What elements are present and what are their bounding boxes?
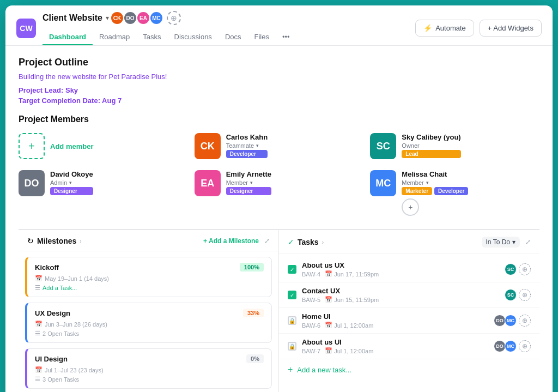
role-chevron-icon-emily[interactable]: ▾	[250, 180, 253, 185]
member-card-sky: SC Sky Calibey (you) Owner Lead	[370, 131, 539, 161]
tab-roadmap[interactable]: Roadmap	[93, 29, 136, 45]
milestone-icon: ↻	[27, 237, 34, 245]
task-meta-home-ui: BAW-6 📅 Jul 1, 12:00am	[302, 322, 488, 329]
header-left: CW Client Website ▾ CK DO EA MC ⊕ Dashbo…	[16, 11, 296, 45]
milestones-panel-title: Milestones	[37, 237, 76, 245]
task-checkbox-contact-ux[interactable]: ✓	[288, 291, 296, 299]
member-name-sky: Sky Calibey (you)	[402, 133, 460, 141]
project-description: Building the new website for Pet Paradis…	[19, 73, 539, 81]
add-widgets-button[interactable]: + Add Widgets	[480, 20, 542, 37]
member-photo-david: DO	[19, 170, 45, 196]
member-role-sky: Owner	[402, 142, 460, 149]
lock-icon-about-ui: 🔒	[289, 343, 295, 349]
task-avatar-3a: DO	[494, 315, 506, 327]
project-icon: CW	[16, 19, 36, 38]
more-members-button[interactable]: +	[402, 198, 419, 216]
automate-button[interactable]: ⚡ Automate	[415, 20, 474, 37]
calendar-icon-task1: 📅	[325, 270, 332, 278]
badge-lead-sky: Lead	[402, 150, 460, 158]
milestone-kickoff-date: 📅 May 19–Jun 1 (14 days)	[35, 275, 264, 282]
calendar-icon-task4: 📅	[325, 347, 332, 354]
task-icon: ☰	[35, 284, 40, 291]
task-add-assignee-2[interactable]: ⊕	[519, 289, 531, 301]
task-due-home-ui: 📅 Jul 1, 12:00am	[325, 322, 373, 329]
member-name-emily: Emily Arnette	[226, 170, 271, 178]
member-name-david: David Okoye	[50, 170, 93, 178]
tab-files[interactable]: Files	[248, 29, 276, 45]
avatar-add-button[interactable]: ⊕	[167, 11, 181, 25]
member-avatars-strip: CK DO EA MC ⊕	[112, 11, 181, 25]
task-add-assignee-3[interactable]: ⊕	[519, 315, 531, 327]
app-window: CW Client Website ▾ CK DO EA MC ⊕ Dashbo…	[5, 5, 553, 392]
task-checkbox-about-ui[interactable]: 🔒	[288, 342, 296, 351]
task-avatar-1: SC	[505, 263, 517, 275]
member-photo-melissa: MC	[370, 170, 396, 196]
member-role-melissa: Member ▾	[402, 179, 468, 186]
project-title-row: Client Website ▾ CK DO EA MC ⊕	[43, 11, 296, 25]
badge-designer-david: Designer	[50, 187, 93, 195]
milestones-panel-header: ↻ Milestones › + Add a Milestone ⤢	[19, 230, 278, 251]
tab-docs[interactable]: Docs	[219, 29, 248, 45]
milestones-expand-icon[interactable]: ⤢	[264, 237, 270, 245]
task-row-home-ui: 🔒 Home UI BAW-6 📅 Jul 1, 12:00am	[279, 308, 539, 334]
milestones-panel-chevron-icon[interactable]: ›	[80, 238, 81, 244]
calendar-icon-ux: 📅	[35, 321, 43, 328]
members-section-title: Project Members	[19, 114, 539, 124]
milestone-kickoff-pct: 100%	[240, 263, 264, 272]
task-due-about-ux: 📅 Jun 17, 11:59pm	[325, 270, 379, 278]
nav-tabs: Dashboard Roadmap Tasks Discussions Docs…	[43, 25, 296, 45]
member-card-melissa: MC Melissa Chait Member ▾ Marketer Devel…	[370, 168, 539, 218]
tasks-expand-icon[interactable]: ⤢	[525, 238, 531, 246]
task-meta-about-ui: BAW-7 📅 Jul 1, 12:00am	[302, 347, 488, 354]
milestone-ui-name: UI Design	[35, 355, 68, 363]
member-photo-emily: EA	[195, 170, 221, 196]
add-member-button[interactable]: +	[19, 133, 45, 159]
task-checkbox-home-ui[interactable]: 🔒	[288, 316, 296, 325]
avatar-strip-2: DO	[123, 11, 137, 25]
add-task-label: Add a new task...	[297, 366, 351, 374]
task-add-assignee-1[interactable]: ⊕	[519, 263, 531, 275]
milestone-kickoff: Kickoff 100% 📅 May 19–Jun 1 (14 days) ☰ …	[25, 257, 272, 297]
add-new-task-row[interactable]: + Add a new task...	[279, 359, 539, 380]
task-checkbox-about-ux[interactable]: ✓	[288, 265, 296, 274]
task-add-assignee-4[interactable]: ⊕	[519, 340, 531, 352]
tab-more[interactable]: •••	[276, 29, 296, 45]
milestone-ui-pct: 0%	[246, 354, 264, 363]
project-lead: Project Lead: Sky	[19, 86, 539, 94]
task-id-contact-ux: BAW-5	[302, 297, 320, 303]
add-milestone-button[interactable]: + Add a Milestone	[203, 237, 259, 245]
task-name-contact-ux: Contact UX	[302, 287, 499, 295]
milestone-ui-design: UI Design 0% 📅 Jul 1–Jul 23 (23 days) ☰ …	[25, 348, 272, 389]
add-task-link-kickoff[interactable]: Add a Task...	[43, 285, 77, 291]
milestones-panel-header-left: ↻ Milestones ›	[27, 237, 82, 245]
header: CW Client Website ▾ CK DO EA MC ⊕ Dashbo…	[5, 5, 553, 46]
task-info-about-ui: About us UI BAW-7 📅 Jul 1, 12:00am	[302, 338, 488, 354]
role-chevron-icon-melissa[interactable]: ▾	[426, 180, 429, 185]
milestones-list: Kickoff 100% 📅 May 19–Jun 1 (14 days) ☰ …	[19, 251, 278, 392]
task-assignees-about-ux: SC ⊕	[505, 263, 531, 275]
milestone-ux-design: UX Design 33% 📅 Jun 3–Jun 28 (26 days) ☰…	[25, 303, 272, 343]
tasks-panel-actions: In To Do ▾ ⤢	[482, 237, 531, 248]
project-title-chevron-icon[interactable]: ▾	[106, 14, 109, 22]
tab-dashboard[interactable]: Dashboard	[43, 29, 93, 45]
role-chevron-icon[interactable]: ▾	[256, 143, 259, 148]
tasks-panel-chevron-icon[interactable]: ›	[322, 239, 324, 245]
tasks-filter-button[interactable]: In To Do ▾	[482, 237, 520, 248]
main-content: Project Outline Building the new website…	[5, 46, 553, 392]
milestone-ui-date: 📅 Jul 1–Jul 23 (23 days)	[35, 366, 264, 373]
tasks-panel-title: Tasks	[298, 238, 319, 246]
task-row-about-ui: 🔒 About us UI BAW-7 📅 Jul 1, 12:00am	[279, 334, 539, 359]
badge-developer-carlos: Developer	[226, 150, 268, 158]
task-meta-contact-ux: BAW-5 📅 Jun 15, 11:59pm	[302, 296, 499, 303]
calendar-icon-task3: 📅	[325, 322, 332, 329]
task-assignees-contact-ux: SC ⊕	[505, 289, 531, 301]
lightning-icon: ⚡	[423, 24, 432, 32]
add-member-label[interactable]: Add member	[50, 142, 93, 150]
tab-tasks[interactable]: Tasks	[136, 29, 167, 45]
milestone-ui-tasks: ☰ 3 Open Tasks	[35, 376, 264, 383]
role-chevron-icon-david[interactable]: ▾	[69, 180, 72, 185]
avatar-strip-4: MC	[149, 11, 163, 25]
tab-discussions[interactable]: Discussions	[168, 29, 219, 45]
task-id-home-ui: BAW-6	[302, 322, 320, 329]
member-role-emily: Member ▾	[226, 179, 271, 186]
